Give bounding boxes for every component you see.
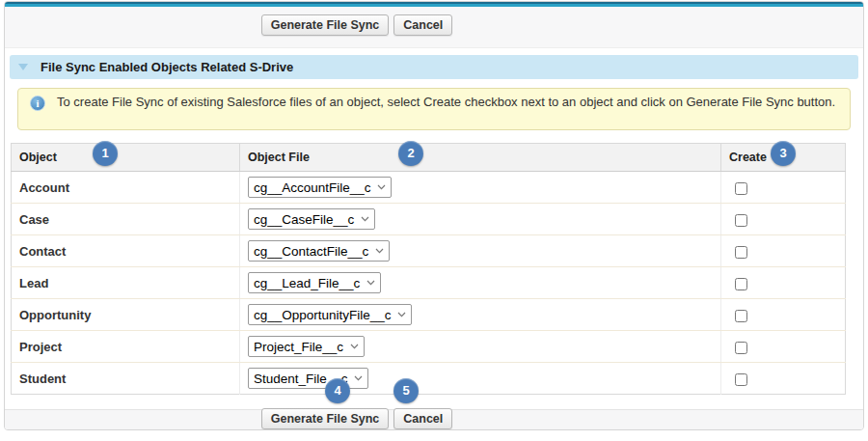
annotation-badge-5: 5 [393, 378, 419, 403]
table-row: Case cg__CaseFile__c [12, 204, 846, 235]
annotation-badge-4: 4 [325, 378, 350, 403]
panel-body: File Sync Enabled Objects Related S-Driv… [5, 48, 863, 409]
object-file-cell: cg__OpportunityFile__c [240, 299, 721, 331]
object-file-select-wrap: cg__OpportunityFile__c [248, 304, 412, 325]
table-row: Project Project_File__c [12, 331, 846, 363]
create-checkbox[interactable] [735, 182, 747, 195]
create-cell [721, 299, 846, 331]
page-block-panel: Generate File Sync Cancel File Sync Enab… [4, 1, 864, 430]
create-checkbox[interactable] [735, 373, 747, 386]
create-cell [721, 204, 846, 235]
table-row: Contact cg__ContactFile__c [12, 235, 846, 267]
object-file-cell: cg__CaseFile__c [240, 204, 721, 235]
create-cell [721, 267, 846, 299]
object-file-select-wrap: Project_File__c [248, 336, 365, 357]
bottom-action-bar: Generate File Sync Cancel [5, 409, 863, 429]
object-file-select-wrap: Student_File__c [248, 368, 368, 389]
annotation-badge-1: 1 [93, 141, 118, 166]
object-file-select[interactable]: cg__OpportunityFile__c [248, 304, 412, 325]
object-file-select[interactable]: cg__ContactFile__c [248, 240, 390, 262]
create-checkbox[interactable] [735, 310, 747, 322]
object-file-cell: Project_File__c [240, 331, 721, 363]
create-cell [721, 331, 846, 363]
info-message-box: i To create File Sync of existing Salesf… [17, 88, 851, 130]
annotation-badge-2: 2 [398, 141, 423, 166]
file-sync-objects-table: Object Object File Create Account cg__Ac… [11, 143, 846, 395]
table-row: Lead cg__Lead_File__c [12, 267, 846, 299]
create-cell [721, 172, 846, 204]
create-cell [721, 363, 846, 395]
table-row: Opportunity cg__OpportunityFile__c [12, 299, 846, 331]
object-name: Account [12, 172, 240, 204]
object-name: Student [12, 363, 240, 395]
file-sync-settings-page: Generate File Sync Cancel File Sync Enab… [0, 0, 868, 441]
cancel-button[interactable]: Cancel [393, 14, 452, 36]
top-button-row: Generate File Sync Cancel [261, 14, 453, 36]
bottom-button-row: Generate File Sync Cancel [261, 408, 453, 429]
section-title: File Sync Enabled Objects Related S-Driv… [41, 60, 293, 74]
create-checkbox[interactable] [735, 342, 747, 354]
object-file-select[interactable]: Student_File__c [248, 368, 368, 389]
create-checkbox[interactable] [735, 246, 747, 259]
collapse-triangle-icon[interactable] [18, 64, 28, 70]
column-header-object: Object [12, 144, 240, 172]
table-header-row: Object Object File Create [12, 144, 846, 172]
object-name: Case [12, 204, 240, 235]
table-row: Student Student_File__c [12, 363, 846, 395]
generate-file-sync-button[interactable]: Generate File Sync [261, 14, 390, 36]
object-file-select[interactable]: cg__AccountFile__c [248, 177, 392, 198]
create-cell [721, 235, 846, 267]
object-file-cell: cg__AccountFile__c [240, 172, 721, 204]
object-file-cell: cg__ContactFile__c [240, 235, 721, 267]
table-row: Account cg__AccountFile__c [12, 172, 846, 204]
object-file-select-wrap: cg__AccountFile__c [248, 177, 392, 198]
top-action-bar: Generate File Sync Cancel [5, 7, 863, 48]
object-name: Contact [12, 235, 240, 267]
create-checkbox[interactable] [735, 278, 747, 290]
create-checkbox[interactable] [735, 214, 747, 227]
object-name: Project [12, 331, 240, 363]
object-file-select[interactable]: cg__CaseFile__c [248, 208, 375, 230]
cancel-button-bottom[interactable]: Cancel [393, 408, 452, 429]
object-file-select-wrap: cg__CaseFile__c [248, 208, 375, 230]
object-file-select[interactable]: Project_File__c [248, 336, 365, 357]
object-file-select[interactable]: cg__Lead_File__c [248, 272, 381, 293]
info-icon: i [30, 96, 45, 111]
annotation-badge-3: 3 [771, 141, 796, 166]
object-file-cell: cg__Lead_File__c [240, 267, 721, 299]
object-file-select-wrap: cg__Lead_File__c [248, 272, 381, 293]
generate-file-sync-button-bottom[interactable]: Generate File Sync [261, 408, 390, 429]
info-message-text: To create File Sync of existing Salesfor… [57, 95, 835, 109]
section-header[interactable]: File Sync Enabled Objects Related S-Driv… [10, 55, 858, 79]
object-file-cell: Student_File__c [240, 363, 721, 395]
object-name: Lead [12, 267, 240, 299]
object-name: Opportunity [12, 299, 240, 331]
column-header-object-file: Object File [240, 144, 721, 172]
object-file-select-wrap: cg__ContactFile__c [248, 240, 390, 262]
